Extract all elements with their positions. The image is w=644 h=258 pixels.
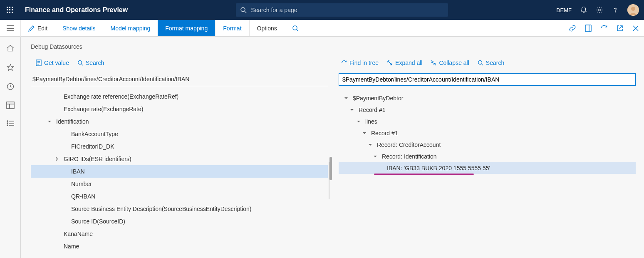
format-mapping-button[interactable]: Format mapping (158, 20, 215, 36)
tree-node[interactable]: IBAN: 'GB33 BUKB 2020 1555 5555 55' (339, 162, 636, 174)
action-search-icon[interactable] (285, 20, 306, 36)
collapse-all-button[interactable]: Collapse all (431, 60, 469, 66)
chevron-down-icon[interactable] (343, 95, 349, 102)
svg-point-14 (631, 7, 635, 11)
clock-icon[interactable] (6, 82, 15, 91)
svg-line-39 (82, 64, 83, 66)
show-details-button[interactable]: Show details (55, 20, 103, 36)
tree-node[interactable]: Record #1 (339, 127, 636, 139)
waffle-icon[interactable] (5, 5, 15, 15)
tree-node-label: Record #1 (371, 130, 398, 136)
search-icon (240, 7, 247, 13)
right-path-input[interactable] (339, 73, 636, 86)
scrollbar-thumb[interactable] (329, 157, 332, 180)
left-pane-toolbar: Get value Search (31, 57, 328, 69)
tree-node-label: lines (365, 118, 377, 125)
tree-node-label: IBAN: 'GB33 BUKB 2020 1555 5555 55' (387, 165, 490, 171)
tree-node[interactable]: KanaName (31, 228, 328, 240)
svg-point-9 (241, 7, 245, 12)
svg-rect-7 (9, 12, 10, 13)
refresh-icon[interactable] (600, 24, 608, 32)
page-title: Debug Datasources (31, 43, 636, 50)
find-in-tree-button[interactable]: Find in tree (341, 60, 379, 66)
tree-node[interactable]: lines (339, 116, 636, 127)
global-header: Finance and Operations Preview Search fo… (0, 0, 644, 20)
app-title: Finance and Operations Preview (25, 6, 128, 14)
svg-rect-4 (9, 9, 10, 10)
tree-node[interactable]: QR-IBAN (31, 190, 328, 203)
panel-icon[interactable] (584, 24, 592, 32)
tree-node-label: Exchange rate reference(ExchangeRateRef) (64, 93, 178, 100)
chevron-right-icon[interactable] (54, 156, 60, 162)
get-value-button[interactable]: Get value (36, 60, 69, 66)
chevron-down-icon[interactable] (361, 130, 368, 136)
expand-icon (387, 60, 393, 66)
tree-node[interactable]: Exchange rate(ExchangeRate) (31, 103, 328, 115)
tree-node[interactable]: Number (31, 178, 328, 190)
collapse-icon (431, 60, 436, 66)
help-icon[interactable] (612, 6, 619, 14)
star-icon[interactable] (6, 63, 15, 72)
tree-node[interactable]: FICreditorID_DK (31, 140, 328, 153)
tree-node[interactable]: Record #1 (339, 104, 636, 116)
action-bar: Edit Show details Model mapping Format m… (0, 20, 644, 37)
workspace-icon[interactable] (6, 102, 15, 109)
refresh-icon (341, 60, 347, 66)
tree-node[interactable]: IBAN (31, 165, 328, 178)
link-icon[interactable] (568, 24, 577, 32)
popout-icon[interactable] (616, 24, 624, 32)
left-pane: Get value Search $PaymentByDebtor/lines/… (31, 57, 328, 253)
modules-icon[interactable] (6, 120, 15, 127)
tree-node[interactable]: Source Business Entity Description(Sourc… (31, 203, 328, 215)
svg-rect-0 (7, 7, 8, 8)
gear-icon[interactable] (596, 6, 603, 14)
home-icon[interactable] (6, 44, 15, 52)
tree-node-label: Record: CreditorAccount (377, 141, 441, 148)
edit-button[interactable]: Edit (21, 20, 55, 36)
tree-node[interactable]: BankAccountType (31, 128, 328, 140)
svg-point-18 (293, 26, 297, 30)
expand-all-button[interactable]: Expand all (387, 60, 422, 66)
main-area: Debug Datasources Get value Search $Paym… (0, 37, 644, 258)
svg-line-10 (245, 11, 246, 13)
svg-rect-2 (12, 7, 13, 8)
user-avatar[interactable] (627, 4, 639, 16)
search-icon (77, 60, 83, 66)
tree-node[interactable]: Record: Identification (339, 151, 636, 162)
left-search-button[interactable]: Search (77, 60, 104, 66)
chevron-down-icon[interactable] (372, 153, 379, 160)
side-rail (0, 37, 21, 258)
tree-node-label: KanaName (64, 231, 93, 237)
model-mapping-button[interactable]: Model mapping (103, 20, 158, 36)
chevron-down-icon[interactable] (349, 107, 355, 113)
hamburger-icon[interactable] (0, 20, 21, 37)
format-button[interactable]: Format (215, 20, 249, 36)
tree-node[interactable]: Identification (31, 115, 328, 128)
global-search-input[interactable]: Search for a page (236, 3, 448, 17)
svg-point-11 (599, 9, 601, 11)
tree-node-label: Number (71, 181, 92, 187)
chevron-down-icon[interactable] (367, 141, 374, 148)
tree-node[interactable]: Exchange rate reference(ExchangeRateRef) (31, 90, 328, 103)
close-icon[interactable] (632, 24, 640, 32)
svg-rect-1 (9, 7, 10, 8)
tree-node[interactable]: GIRO IDs(ESR identifiers) (31, 153, 328, 165)
bell-icon[interactable] (580, 6, 587, 14)
tree-node[interactable]: Name (31, 240, 328, 253)
tree-node[interactable]: Source ID(SourceID) (31, 215, 328, 228)
svg-rect-6 (7, 12, 8, 13)
legal-entity-label[interactable]: DEMF (556, 7, 572, 13)
svg-rect-20 (585, 25, 591, 32)
svg-point-12 (615, 12, 615, 12)
tree-node-label: GIRO IDs(ESR identifiers) (64, 156, 131, 162)
tree-node[interactable]: Record: CreditorAccount (339, 139, 636, 151)
right-search-button[interactable]: Search (478, 60, 504, 66)
global-search-placeholder: Search for a page (251, 7, 297, 13)
left-path-display[interactable]: $PaymentByDebtor/lines/CreditorAccount/I… (31, 73, 328, 86)
action-bar-right (568, 20, 644, 36)
right-tree: $PaymentByDebtorRecord #1linesRecord #1R… (339, 92, 636, 175)
chevron-down-icon[interactable] (355, 118, 362, 125)
tree-node[interactable]: $PaymentByDebtor (339, 92, 636, 104)
options-button[interactable]: Options (249, 20, 285, 36)
chevron-down-icon[interactable] (46, 118, 53, 125)
